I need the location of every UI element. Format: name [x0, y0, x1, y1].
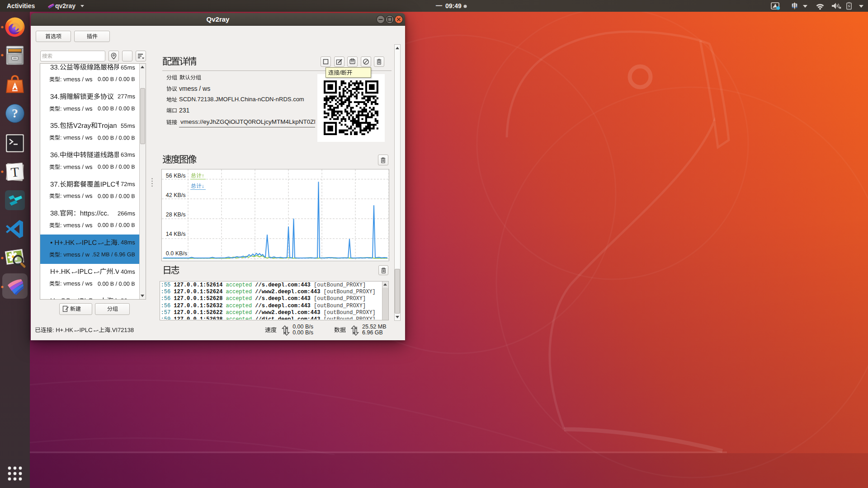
- svg-text:T: T: [10, 164, 19, 179]
- svg-text:?: ?: [12, 106, 18, 120]
